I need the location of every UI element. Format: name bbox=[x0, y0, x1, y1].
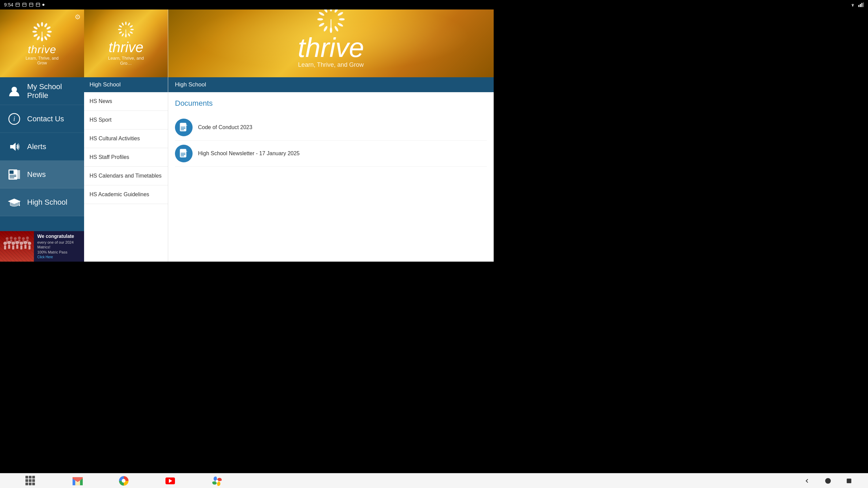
svg-point-49 bbox=[6, 237, 8, 240]
time-display: 9:54 bbox=[4, 2, 13, 7]
person-icon bbox=[7, 84, 22, 99]
sidebar-item-high-school[interactable]: High School bbox=[0, 188, 84, 216]
svg-rect-89 bbox=[181, 128, 185, 129]
list-item-hs-staff[interactable]: HS Staff Profiles bbox=[84, 148, 168, 167]
sidebar-item-label-news: News bbox=[27, 170, 46, 179]
documents-heading: Documents bbox=[175, 99, 487, 108]
sidebar-item-label-alerts: Alerts bbox=[27, 142, 46, 151]
svg-point-71 bbox=[119, 25, 122, 28]
svg-point-20 bbox=[37, 23, 40, 27]
sidebar-item-my-school-profile[interactable]: My School Profile bbox=[0, 77, 84, 105]
svg-marker-25 bbox=[10, 143, 16, 151]
svg-rect-94 bbox=[181, 156, 184, 156]
svg-point-79 bbox=[334, 25, 339, 32]
middle-section-title: High School bbox=[90, 81, 121, 88]
svg-point-14 bbox=[44, 36, 47, 40]
banner-link[interactable]: Click Here bbox=[37, 255, 53, 259]
right-section-title: High School bbox=[175, 81, 206, 88]
settings-icon[interactable]: ⚙ bbox=[75, 13, 81, 21]
svg-point-57 bbox=[22, 237, 25, 240]
doc-item-newsletter[interactable]: High School Newsletter - 17 January 2025 bbox=[175, 141, 487, 167]
list-item-hs-cultural[interactable]: HS Cultural Activities bbox=[84, 129, 168, 148]
middle-hero-logo: thrive Learn, Thrive, and Gro… bbox=[105, 21, 147, 66]
svg-point-81 bbox=[323, 25, 328, 32]
svg-point-18 bbox=[33, 31, 37, 33]
svg-point-63 bbox=[130, 25, 133, 28]
svg-rect-38 bbox=[8, 245, 10, 249]
app-tagline: Learn, Thrive, and Grow bbox=[21, 56, 63, 65]
svg-rect-46 bbox=[24, 245, 26, 249]
svg-rect-93 bbox=[181, 154, 185, 155]
list-item-hs-news[interactable]: HS News bbox=[84, 92, 168, 111]
app-name: thrive bbox=[21, 43, 63, 56]
sidebar-item-contact-us[interactable]: i Contact Us bbox=[0, 105, 84, 133]
info-icon: i bbox=[7, 111, 22, 126]
svg-point-13 bbox=[46, 34, 51, 37]
sidebar-item-news[interactable]: News bbox=[0, 161, 84, 188]
svg-rect-28 bbox=[9, 170, 14, 174]
svg-rect-0 bbox=[16, 3, 20, 7]
document-icon-2 bbox=[175, 145, 193, 162]
right-thrive-icon bbox=[317, 9, 344, 33]
svg-point-72 bbox=[121, 22, 124, 26]
right-hero-tagline: Learn, Thrive, and Grow bbox=[298, 61, 364, 68]
doc-item-code-of-conduct[interactable]: Code of Conduct 2023 bbox=[175, 115, 487, 141]
right-hero: thrive Learn, Thrive, and Grow bbox=[168, 9, 494, 77]
sidebar-item-alerts[interactable]: Alerts bbox=[0, 133, 84, 161]
status-dot bbox=[42, 4, 44, 6]
notification-icon-4 bbox=[36, 2, 40, 7]
notification-icon-3 bbox=[29, 2, 34, 7]
svg-point-55 bbox=[18, 237, 21, 239]
sidebar-item-label-contact: Contact Us bbox=[27, 115, 64, 123]
sidebar-header: ⚙ bbox=[0, 9, 84, 77]
middle-thrive-icon bbox=[118, 21, 135, 38]
right-panel: thrive Learn, Thrive, and Grow High Scho… bbox=[168, 9, 494, 262]
svg-point-64 bbox=[131, 29, 134, 30]
svg-point-51 bbox=[10, 237, 13, 239]
svg-rect-58 bbox=[22, 240, 24, 244]
status-bar: 9:54 bbox=[0, 0, 494, 9]
svg-point-75 bbox=[334, 9, 339, 13]
svg-point-53 bbox=[14, 237, 17, 240]
svg-point-66 bbox=[127, 33, 131, 37]
svg-point-12 bbox=[47, 31, 52, 33]
svg-point-65 bbox=[130, 31, 133, 34]
svg-point-10 bbox=[44, 23, 47, 27]
banner-text1: We congratulate bbox=[37, 233, 81, 239]
svg-point-33 bbox=[19, 201, 20, 202]
svg-point-19 bbox=[34, 26, 38, 29]
alert-icon bbox=[7, 139, 22, 154]
svg-rect-3 bbox=[36, 3, 40, 7]
sidebar-banner[interactable]: We congratulate every one of our 2024 Ma… bbox=[0, 231, 84, 262]
middle-panel-list: HS News HS Sport HS Cultural Activities … bbox=[84, 92, 168, 262]
svg-point-59 bbox=[26, 237, 29, 239]
svg-rect-31 bbox=[9, 178, 14, 178]
svg-point-77 bbox=[339, 18, 344, 21]
svg-point-69 bbox=[119, 31, 122, 34]
graduation-icon bbox=[7, 195, 22, 210]
banner-text-area: We congratulate every one of our 2024 Ma… bbox=[34, 231, 84, 262]
svg-rect-42 bbox=[16, 245, 18, 249]
sidebar: ⚙ bbox=[0, 9, 84, 262]
svg-rect-36 bbox=[4, 245, 6, 249]
notification-icon bbox=[15, 2, 20, 7]
svg-rect-2 bbox=[29, 3, 33, 7]
svg-rect-54 bbox=[14, 240, 16, 244]
svg-point-83 bbox=[317, 18, 323, 21]
svg-point-82 bbox=[318, 22, 325, 27]
list-item-hs-academic[interactable]: HS Academic Guidelines bbox=[84, 185, 168, 204]
sidebar-item-label-high-school: High School bbox=[27, 198, 67, 207]
status-left: 9:54 bbox=[4, 2, 44, 7]
svg-point-70 bbox=[118, 29, 121, 30]
svg-rect-48 bbox=[28, 245, 31, 249]
list-item-hs-calendars[interactable]: HS Calendars and Timetables bbox=[84, 167, 168, 185]
list-item-hs-sport[interactable]: HS Sport bbox=[84, 111, 168, 129]
svg-rect-29 bbox=[9, 175, 16, 176]
svg-point-85 bbox=[323, 9, 328, 13]
banner-text2: every one of our 2024 Matrics!100% Matri… bbox=[37, 240, 81, 259]
middle-hero: thrive Learn, Thrive, and Gro… bbox=[84, 9, 168, 77]
svg-point-84 bbox=[318, 11, 325, 16]
notification-icon-2 bbox=[22, 2, 27, 7]
svg-rect-90 bbox=[181, 129, 184, 130]
thrive-logo-icon bbox=[32, 22, 52, 42]
